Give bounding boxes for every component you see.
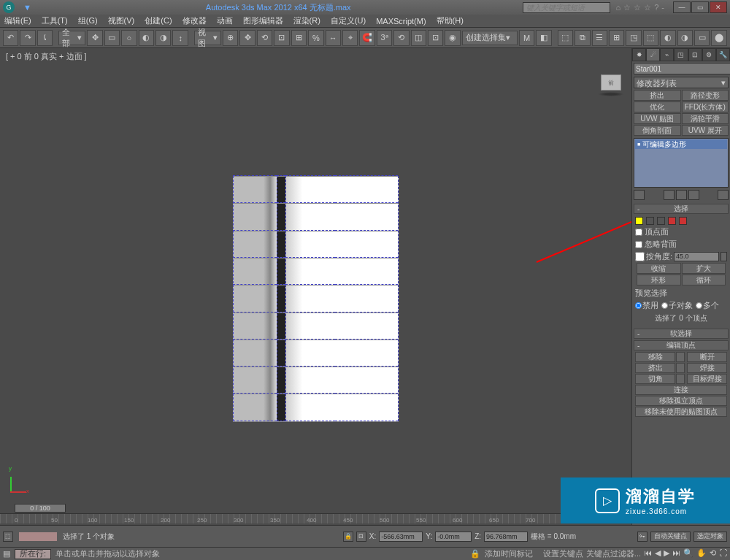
chamfer-button[interactable]: 切角 [635, 374, 675, 384]
teapot-button[interactable]: ⬤ [711, 30, 726, 46]
zoom-icon[interactable]: 🔍 [683, 548, 694, 559]
editable-poly-object[interactable] [233, 176, 399, 421]
menu-create[interactable]: 创建(C) [145, 15, 172, 26]
play-icon[interactable]: ▶ [664, 548, 669, 559]
time-ruler[interactable]: 0501001502002503003504004505005506006507… [0, 513, 631, 523]
snap-button[interactable]: 🧲 [359, 30, 374, 46]
object-name-input[interactable] [634, 63, 730, 74]
subobj-vertex[interactable] [635, 217, 643, 225]
radio-subobj[interactable] [661, 302, 668, 309]
select-paint-button[interactable]: ↕ [172, 30, 188, 46]
schematic-button[interactable]: ⧉ [575, 30, 590, 46]
radio-off[interactable] [635, 302, 642, 309]
menu-maxscript[interactable]: MAXScript(M) [376, 17, 426, 26]
time-thumb[interactable]: 0 / 100 [15, 504, 66, 513]
lock-sel-icon[interactable]: 🔒 [470, 549, 480, 559]
selset-button[interactable]: 选定对象 [694, 532, 727, 542]
addtime-button[interactable]: 添加时间标记 [485, 548, 533, 559]
subobj-element[interactable] [679, 217, 687, 225]
remove-button[interactable]: 移除 [635, 352, 675, 362]
trackbar-key[interactable] [19, 532, 57, 541]
remove-iso-button[interactable]: 移除孤立顶点 [635, 396, 727, 406]
mirror-button[interactable]: ↔ [326, 30, 341, 46]
filter-dropdown[interactable]: 全部▾ [58, 31, 85, 45]
keyfilters-button[interactable]: 关键点过滤器... [586, 548, 641, 559]
renderframe-button[interactable]: ◳ [626, 30, 641, 46]
mirror2-button[interactable]: ⊡ [428, 30, 443, 46]
menu-animation[interactable]: 动画 [217, 15, 233, 26]
minimize-button[interactable]: — [673, 1, 691, 13]
subobj-edge[interactable] [646, 217, 654, 225]
mod-pathdeform[interactable]: 路径变形 [682, 90, 729, 101]
connect-button[interactable]: 连接 [635, 385, 727, 395]
sel-lock-icon[interactable]: ⬚ [3, 532, 13, 542]
extrude-settings[interactable] [676, 363, 685, 373]
angle-input[interactable]: 45.0 [674, 252, 719, 261]
stack-unique[interactable] [676, 190, 687, 200]
rollout-editvertices[interactable]: 编辑顶点 [634, 340, 729, 350]
anglesnap-button[interactable]: 3ᵃ [377, 30, 392, 46]
menu-help[interactable]: 帮助(H) [437, 15, 464, 26]
mod-turbosmooth[interactable]: 涡轮平滑 [682, 113, 729, 124]
namedsel-dropdown[interactable]: 创建选择集▾ [462, 31, 518, 45]
editnamedsel-button[interactable]: ◫ [411, 30, 426, 46]
rollout-selection[interactable]: 选择 [634, 204, 729, 214]
select-fence-button[interactable]: ◐ [139, 30, 154, 46]
shrink-button[interactable]: 收缩 [637, 263, 681, 274]
mod-optimize[interactable]: 优化 [634, 101, 681, 112]
rollout-softselection[interactable]: 软选择 [634, 329, 729, 339]
redo-button[interactable]: ↷ [20, 30, 35, 46]
stack-pin[interactable] [634, 190, 645, 200]
spinnersnap-button[interactable]: ⟲ [393, 30, 409, 46]
viewport[interactable]: [ + 0 前 0 真实 + 边面 ] 前 y x [0, 48, 631, 503]
grow-button[interactable]: 扩大 [682, 263, 726, 274]
material-button[interactable]: M [519, 30, 534, 46]
transform-type-icon[interactable]: ⊡ [356, 532, 366, 542]
maxview-icon[interactable]: ⛶ [719, 548, 727, 559]
toggle-button[interactable]: ◉ [445, 30, 460, 46]
viewport-label[interactable]: [ + 0 前 0 真实 + 边面 ] [6, 51, 87, 62]
extrude-button[interactable]: 挤出 [635, 363, 675, 373]
weld-button[interactable]: 焊接 [687, 363, 727, 373]
radio-multi[interactable] [696, 302, 702, 309]
rendersetup-button[interactable]: ⊞ [609, 30, 624, 46]
close-button[interactable]: ✕ [710, 1, 727, 13]
tab-motion[interactable]: ◳ [674, 48, 688, 61]
more-icon[interactable]: - [661, 3, 664, 12]
quickrender-button[interactable]: ◑ [677, 30, 693, 46]
select-lasso-button[interactable]: ◑ [155, 30, 171, 46]
usecenter-button[interactable]: ⊞ [291, 30, 307, 46]
menu-edit[interactable]: 编辑(E) [4, 15, 31, 26]
lock-icon[interactable]: 🔒 [343, 532, 353, 542]
play-next-icon[interactable]: ⏭ [672, 548, 680, 559]
qa-dropdown[interactable]: ▼ [20, 1, 34, 13]
byangle-checkbox[interactable] [635, 252, 645, 261]
viewcube[interactable]: 前 [601, 74, 621, 91]
key-icon[interactable]: 🗝 [637, 532, 648, 542]
mod-uvwmap[interactable]: UVW 贴图 [634, 113, 681, 124]
stack-showend[interactable] [664, 190, 675, 200]
layers-button[interactable]: ◧ [536, 30, 551, 46]
stack-remove[interactable] [688, 190, 699, 200]
play-start-icon[interactable]: ⏮ [644, 548, 652, 559]
menu-grapheditors[interactable]: 图形编辑器 [243, 15, 283, 26]
subobj-border[interactable] [657, 217, 665, 225]
autokey-button[interactable]: 自动关键点 [650, 532, 691, 542]
remove-settings[interactable] [676, 352, 685, 362]
setkey-button[interactable]: 设置关键点 [543, 548, 583, 559]
fav-icon[interactable]: ☆ [634, 3, 641, 12]
tab-display[interactable]: ⊡ [688, 48, 702, 61]
chamfer-settings[interactable] [676, 374, 685, 384]
menu-tools[interactable]: 工具(T) [42, 15, 68, 26]
byvertex-checkbox[interactable] [635, 229, 642, 236]
angle-spinner[interactable] [721, 252, 727, 261]
x-input[interactable] [379, 532, 423, 542]
ignorebf-checkbox[interactable] [635, 241, 642, 248]
refcoord-button[interactable]: ⊡ [274, 30, 289, 46]
maximize-button[interactable]: ▭ [691, 1, 709, 13]
select-move-button[interactable]: ✥ [87, 30, 102, 46]
select-circle-button[interactable]: ○ [121, 30, 137, 46]
mod-unwrap[interactable]: UVW 展开 [682, 125, 729, 136]
remove-unused-button[interactable]: 移除未使用的贴图顶点 [635, 407, 727, 417]
menu-views[interactable]: 视图(V) [108, 15, 135, 26]
